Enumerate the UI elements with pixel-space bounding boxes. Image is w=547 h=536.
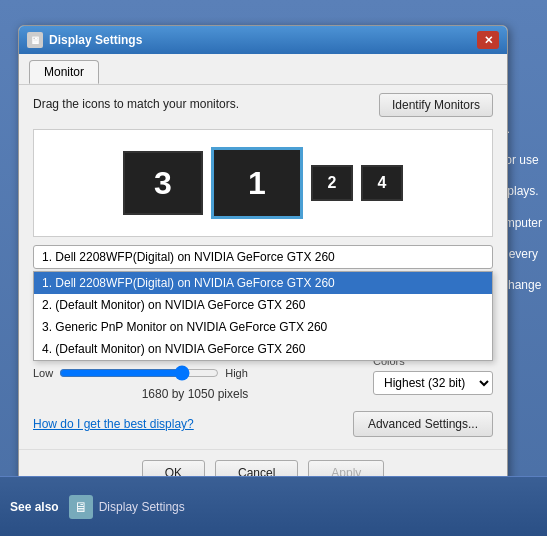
tab-bar: Monitor [19,54,507,85]
monitor-display-area: 3 1 2 4 [33,129,493,237]
dropdown-item-0[interactable]: 1. Dell 2208WFP(Digital) on NVIDIA GeFor… [34,272,492,294]
slider-min-label: Low [33,367,53,379]
bottom-row: How do I get the best display? Advanced … [33,411,493,437]
monitor-dropdown[interactable]: 1. Dell 2208WFP(Digital) on NVIDIA GeFor… [33,245,493,269]
slider-max-label: High [225,367,248,379]
content-area: Drag the icons to match your monitors. I… [19,85,507,449]
display-settings-dialog: 🖥 Display Settings ✕ Monitor Drag the ic… [18,25,508,499]
color-dropdown[interactable]: Highest (32 bit) True Color (24 bit) Hig… [373,371,493,395]
taskbar: See also 🖥 Display Settings [0,476,547,536]
title-bar-controls: ✕ [477,31,499,49]
monitor-box-1[interactable]: 1 [211,147,303,219]
dialog-title: Display Settings [49,33,477,47]
dropdown-item-2[interactable]: 3. Generic PnP Monitor on NVIDIA GeForce… [34,316,492,338]
monitor-dropdown-container: 1. Dell 2208WFP(Digital) on NVIDIA GeFor… [33,245,493,269]
dropdown-item-1[interactable]: 2. (Default Monitor) on NVIDIA GeForce G… [34,294,492,316]
resolution-slider[interactable] [59,365,219,381]
close-button[interactable]: ✕ [477,31,499,49]
see-also-label: See also [10,500,59,514]
dialog-icon: 🖥 [27,32,43,48]
monitor-box-3[interactable]: 3 [123,151,203,215]
monitor-box-4[interactable]: 4 [361,165,403,201]
monitor-dropdown-list: 1. Dell 2208WFP(Digital) on NVIDIA GeFor… [33,271,493,361]
tab-monitor[interactable]: Monitor [29,60,99,84]
identify-monitors-button[interactable]: Identify Monitors [379,93,493,117]
dropdown-item-3[interactable]: 4. (Default Monitor) on NVIDIA GeForce G… [34,338,492,360]
monitor-box-2[interactable]: 2 [311,165,353,201]
color-section: Colors Highest (32 bit) True Color (24 b… [373,355,493,395]
advanced-settings-button[interactable]: Advanced Settings... [353,411,493,437]
taskbar-entry-label: Display Settings [99,500,185,514]
drag-label: Drag the icons to match your monitors. [33,97,239,111]
help-link[interactable]: How do I get the best display? [33,417,194,431]
taskbar-display-icon: 🖥 [69,495,93,519]
title-bar: 🖥 Display Settings ✕ [19,26,507,54]
taskbar-display-settings-entry[interactable]: 🖥 Display Settings [69,495,185,519]
pixels-text: 1680 by 1050 pixels [33,387,357,401]
slider-row: Low High [33,365,357,381]
